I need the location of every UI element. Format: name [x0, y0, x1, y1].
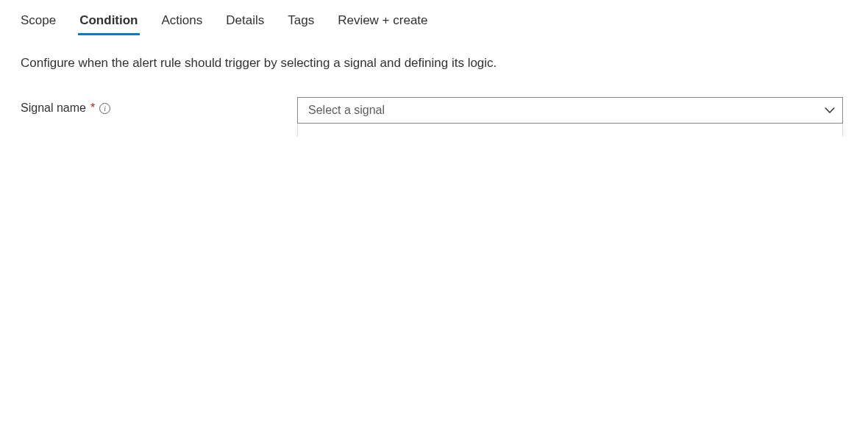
signal-name-label-wrap: Signal name * i [21, 97, 297, 115]
tab-bar: Scope Condition Actions Details Tags Rev… [21, 13, 847, 34]
tab-review-create[interactable]: Review + create [338, 13, 427, 34]
tab-tags[interactable]: Tags [288, 13, 314, 34]
chevron-down-icon [825, 105, 835, 115]
signal-select[interactable]: Select a signal [297, 97, 843, 124]
page-description: Configure when the alert rule should tri… [21, 56, 847, 71]
tab-actions[interactable]: Actions [162, 13, 203, 34]
tab-details[interactable]: Details [226, 13, 264, 34]
signal-dropdown: Popular Percentage CPU [297, 124, 843, 137]
signal-select-placeholder: Select a signal [308, 104, 385, 117]
signal-name-field-row: Signal name * i Select a signal Popular [21, 97, 847, 124]
signal-select-wrap: Select a signal Popular [297, 97, 843, 124]
info-icon[interactable]: i [99, 103, 110, 114]
dropdown-group-popular: Popular [298, 132, 842, 137]
signal-name-label: Signal name [21, 101, 86, 115]
tab-condition[interactable]: Condition [79, 13, 138, 34]
required-mark: * [90, 101, 95, 115]
tab-scope[interactable]: Scope [21, 13, 56, 34]
